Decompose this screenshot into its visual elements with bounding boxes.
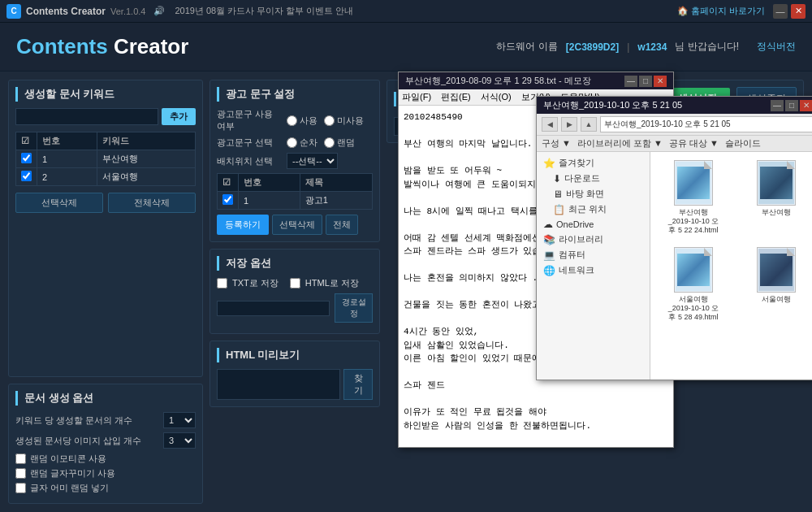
keyword-table: ☑ 번호 키워드 1 부산여행 2 서울여행: [15, 132, 196, 186]
file-icon: [674, 160, 713, 206]
save-format-row: TXT로 저장 HTML로 저장: [217, 277, 373, 289]
save-panel: 저장 옵션 TXT로 저장 HTML로 저장 C:\Users\Administ…: [209, 249, 380, 334]
option-emoji-label: 랜덤 이모티콘 사용: [30, 453, 106, 465]
save-txt-check[interactable]: [217, 278, 227, 289]
ad-place-select[interactable]: --선택--: [287, 153, 338, 169]
save-html-label: HTML로 저장: [305, 277, 359, 289]
ad-use-label: 광고문구 사용여부: [217, 108, 282, 132]
html-preview-title: HTML 미리보기: [217, 348, 373, 362]
file-icon: [757, 247, 796, 293]
explorer-maximize-btn[interactable]: □: [785, 100, 798, 111]
hardware-label: 하드웨어 이름: [496, 40, 557, 54]
explorer-slideshow[interactable]: 슬라이드: [725, 137, 761, 150]
explorer-titlebar: 부산여행_2019-10-10 오후 5 21 05 — □ ✕: [537, 97, 812, 114]
keyword-add-btn[interactable]: 추가: [162, 108, 196, 125]
minimize-btn[interactable]: —: [773, 4, 788, 19]
image-select[interactable]: 312: [163, 432, 196, 449]
ad-nouse-option: 미사용: [324, 115, 364, 127]
keyword-del-selected-btn[interactable]: 선택삭제: [15, 193, 103, 213]
title-bar: C Contents Creator Ver.1.0.4 🔊 2019년 08월…: [0, 0, 812, 23]
app-header: Contents Creator 하드웨어 이름 [2C3899D2] | w1…: [0, 23, 812, 72]
logo-rest: Creator: [108, 34, 189, 59]
explorer-main: 부산여행_2019-10-10 오후 5 22 24.html 부산여행: [650, 152, 812, 380]
option-emoji-check[interactable]: [15, 453, 26, 464]
sidebar-recent[interactable]: 📋 최근 위치: [540, 202, 646, 217]
sidebar-library[interactable]: 📚 라이브러리: [540, 232, 646, 247]
ad-actions: 등록하기 선택삭제 전체: [217, 215, 373, 235]
count-select[interactable]: 123: [163, 412, 196, 428]
notepad-menu-file[interactable]: 파일(F): [402, 91, 431, 103]
save-html-check[interactable]: [290, 278, 300, 289]
sidebar-onedrive[interactable]: ☁ OneDrive: [540, 217, 646, 232]
sidebar-computer[interactable]: 💻 컴퓨터: [540, 247, 646, 263]
explorer-close-btn[interactable]: ✕: [800, 100, 812, 111]
notepad-minimize-btn[interactable]: —: [624, 76, 637, 87]
explorer-forward-btn[interactable]: ▶: [561, 117, 577, 132]
image-row: 생성된 문서당 이미지 삽입 개수 312: [15, 432, 196, 449]
close-btn[interactable]: ✕: [791, 4, 806, 19]
keyword-col-check: ☑: [16, 132, 37, 150]
license-btn[interactable]: 정식버전: [757, 40, 796, 54]
sidebar-network[interactable]: 🌐 네트워크: [540, 263, 646, 278]
file-item[interactable]: 서울여행: [738, 244, 812, 324]
save-txt-label: TXT로 저장: [232, 277, 279, 289]
notepad-titlebar: 부산여행_2019-08-09 오루 1 29 58.txt - 메모장 — □…: [399, 72, 673, 89]
keyword-panel: 생성할 문서 키워드 추가 ☑ 번호 키워드 1 부산여행: [8, 80, 203, 377]
sidebar-desktop[interactable]: 🖥 바탕 화면: [540, 186, 646, 202]
window-controls: — ✕: [773, 4, 806, 19]
notepad-close-btn[interactable]: ✕: [654, 76, 667, 87]
ad-panel-title: 광고 문구 설정: [217, 87, 373, 102]
file-icon: [757, 160, 796, 206]
notepad-maximize-btn[interactable]: □: [639, 76, 652, 87]
desktop-icon: 🖥: [553, 189, 563, 200]
html-preview-panel: HTML 미리보기 찾기: [209, 341, 380, 407]
option-ending-check[interactable]: [15, 483, 26, 493]
preview-find-btn[interactable]: 찾기: [343, 369, 373, 400]
file-item[interactable]: 서울여행_2019-10-10 오후 5 28 49.html: [655, 244, 732, 324]
app-version: Ver.1.0.4: [110, 7, 145, 16]
ad-panel: 광고 문구 설정 광고문구 사용여부 사용 미사용 광고문구 선택 순차: [209, 80, 380, 242]
ad-select-row: 광고문구 선택 순차 랜덤: [217, 137, 373, 149]
logo-highlight: Contents: [16, 34, 108, 59]
file-name: 부산여행_2019-10-10 오후 5 22 24.html: [668, 208, 719, 234]
explorer-organize[interactable]: 구성 ▼: [542, 137, 571, 150]
header-divider: |: [627, 41, 629, 53]
notepad-menu-format[interactable]: 서식(O): [481, 91, 512, 103]
ad-random-option: 랜덤: [324, 137, 355, 149]
ad-del-btn[interactable]: 선택삭제: [272, 215, 322, 235]
computer-icon: 💻: [543, 249, 555, 261]
ad-all-del-btn[interactable]: 전체: [326, 215, 358, 235]
ad-select-radio: 순차 랜덤: [287, 137, 355, 149]
save-path-btn[interactable]: 경로설정: [335, 293, 373, 323]
explorer-up-btn[interactable]: ▲: [581, 117, 597, 132]
ad-col-title: 제목: [300, 174, 372, 192]
file-item[interactable]: 부산여행_2019-10-10 오후 5 22 24.html: [655, 157, 732, 237]
file-explorer-window: 부산여행_2019-10-10 오후 5 21 05 — □ ✕ ◀ ▶ ▲ 부…: [536, 96, 812, 380]
ad-use-option: 사용: [287, 115, 317, 127]
option-style-row: 랜덤 글자꾸미기 사용: [15, 467, 196, 479]
preview-search-input[interactable]: [217, 369, 340, 400]
explorer-path[interactable]: 부산여행_2019-10-10 오후 5 21 05: [600, 116, 812, 132]
explorer-body: ⭐ 즐겨찾기 ⬇ 다운로드 🖥 바탕 화면 📋 최근 위치 ☁ OneDrive…: [537, 152, 812, 380]
sidebar-favorites[interactable]: ⭐ 즐겨찾기: [540, 155, 646, 171]
notepad-menu-edit[interactable]: 편집(E): [441, 91, 471, 103]
explorer-toolbar: ◀ ▶ ▲ 부산여행_2019-10-10 오후 5 21 05: [537, 114, 812, 136]
explorer-share[interactable]: 공유 대상 ▼: [669, 137, 719, 150]
keyword-del-all-btn[interactable]: 전체삭제: [108, 193, 196, 213]
ad-place-label: 배치위치 선택: [217, 155, 282, 167]
notice-text: 2019년 08월 카드사 무이자 할부 이벤트 안내: [175, 5, 676, 17]
explorer-library[interactable]: 라이브러리에 포함 ▼: [577, 137, 663, 150]
keyword-input[interactable]: [15, 108, 158, 125]
nav-link[interactable]: 🏠 홈페이지 바로가기: [677, 5, 765, 17]
notepad-controls: — □ ✕: [624, 76, 667, 87]
doc-options-title: 문서 생성 옵션: [15, 391, 196, 406]
explorer-minimize-btn[interactable]: —: [771, 100, 784, 111]
save-path-input[interactable]: C:\Users\Administrat: [217, 301, 330, 316]
option-style-check[interactable]: [15, 468, 26, 479]
explorer-back-btn[interactable]: ◀: [542, 117, 558, 132]
ad-register-btn[interactable]: 등록하기: [217, 215, 269, 235]
ad-use-radio: 사용 미사용: [287, 115, 364, 127]
file-name: 서울여행_2019-10-10 오후 5 28 49.html: [668, 295, 719, 321]
sidebar-downloads[interactable]: ⬇ 다운로드: [540, 171, 646, 186]
file-item[interactable]: 부산여행: [738, 157, 812, 237]
